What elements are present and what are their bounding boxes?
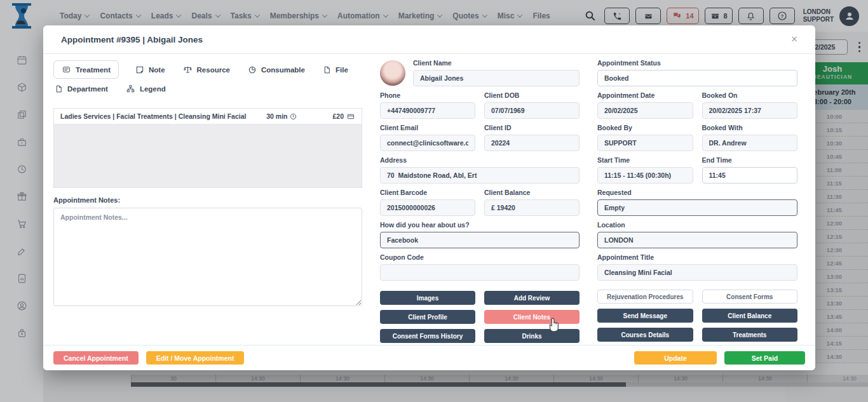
tab-treatment[interactable]: Treatment	[53, 60, 119, 79]
treatment-price: £20	[332, 112, 344, 120]
card-icon	[346, 113, 355, 120]
client-balance-label: Client Balance	[484, 189, 580, 196]
hear-about-label: How did you hear about us?	[380, 221, 580, 229]
client-id-label: Client ID	[484, 124, 580, 131]
images-button[interactable]: Images	[380, 291, 475, 305]
client-dob-field[interactable]	[484, 102, 580, 119]
client-barcode-label: Client Barcode	[380, 189, 475, 196]
start-time-label: Start Time	[597, 156, 693, 164]
consent-forms-history-button[interactable]: Consent Forms History	[380, 329, 475, 343]
drinks-button[interactable]: Drinks	[484, 329, 580, 343]
treatment-icon	[62, 65, 71, 74]
modal-title: Appointment #9395 | Abigail Jones	[61, 35, 203, 44]
tab-resource[interactable]: Resource	[182, 61, 231, 79]
department-icon	[55, 84, 63, 93]
cancel-appointment-button[interactable]: Cancel Appointment	[53, 351, 139, 365]
appointment-title-field[interactable]	[597, 264, 797, 281]
tab-note[interactable]: Note	[134, 61, 166, 79]
treatment-list: Ladies Services | Facial Treatments | Cl…	[53, 108, 362, 188]
start-time-field[interactable]	[597, 167, 693, 184]
tab-legend[interactable]: Legend	[125, 80, 167, 98]
address-label: Address	[380, 156, 580, 164]
appointment-status-field[interactable]	[597, 70, 797, 86]
edit-move-appointment-button[interactable]: Edit / Move Appointment	[146, 351, 245, 365]
tab-consumable[interactable]: Consumable	[247, 61, 306, 79]
close-icon[interactable]: ×	[791, 33, 797, 46]
send-message-button[interactable]: Send Message	[597, 309, 693, 323]
rejuvenation-procedures-button[interactable]: Rejuvenation Procedures	[597, 290, 693, 304]
client-email-field[interactable]	[380, 135, 475, 151]
client-dob-label: Client DOB	[484, 91, 580, 99]
tab-department[interactable]: Department	[53, 80, 109, 98]
treatment-name: Ladies Services | Facial Treatments | Cl…	[60, 112, 261, 120]
location-select[interactable]	[597, 232, 797, 248]
client-balance-field[interactable]	[484, 199, 580, 216]
appointment-title-label: Appointment Title	[597, 253, 797, 261]
address-field[interactable]	[380, 167, 580, 184]
appointment-notes-label: Appointment Notes:	[53, 196, 362, 204]
clock-icon	[290, 113, 297, 120]
appointment-date-field[interactable]	[597, 102, 693, 119]
consent-forms-button[interactable]: Consent Forms	[702, 290, 798, 304]
file-icon	[323, 65, 331, 74]
end-time-field[interactable]	[702, 167, 798, 184]
booked-by-label: Booked By	[597, 124, 693, 131]
treatments-button[interactable]: Treatments	[702, 328, 798, 342]
coupon-code-label: Coupon Code	[380, 253, 580, 261]
appointment-notes-textarea[interactable]	[53, 208, 362, 306]
client-profile-button[interactable]: Client Profile	[380, 310, 475, 324]
client-id-field[interactable]	[484, 135, 580, 151]
scale-icon	[183, 65, 193, 74]
treatment-row[interactable]: Ladies Services | Facial Treatments | Cl…	[54, 109, 362, 124]
tab-file[interactable]: File	[322, 61, 349, 79]
end-time-label: End Time	[702, 156, 798, 164]
booked-on-field[interactable]	[702, 102, 798, 119]
client-name-label: Client Name	[413, 59, 580, 67]
phone-field[interactable]	[380, 102, 475, 119]
add-review-button[interactable]: Add Review	[484, 291, 580, 305]
booked-with-field[interactable]	[702, 135, 798, 151]
booked-with-label: Booked With	[702, 124, 798, 131]
location-label: Location	[597, 221, 797, 229]
client-name-field[interactable]	[413, 70, 580, 86]
client-photo-avatar[interactable]	[380, 60, 405, 86]
update-button[interactable]: Update	[634, 351, 717, 365]
client-balance-button[interactable]: Client Balance	[702, 309, 798, 323]
client-barcode-field[interactable]	[380, 199, 475, 216]
coupon-code-field[interactable]	[380, 264, 580, 281]
phone-label: Phone	[380, 91, 475, 99]
requested-label: Requested	[597, 189, 797, 196]
org-chart-icon	[126, 84, 135, 93]
client-notes-button[interactable]: Client Notes	[484, 310, 580, 324]
treatment-list-empty-area[interactable]	[54, 124, 362, 187]
modal-tabs: Treatment Note Resource Consumable File	[53, 60, 362, 98]
booked-on-label: Booked On	[702, 91, 798, 99]
booked-by-field[interactable]	[597, 135, 693, 151]
hear-about-select[interactable]	[380, 232, 580, 248]
requested-select[interactable]	[597, 199, 797, 216]
treatment-duration: 30 min	[266, 112, 287, 120]
courses-details-button[interactable]: Courses Details	[597, 328, 693, 342]
appointment-date-label: Appointment Date	[597, 91, 693, 99]
appointment-status-label: Appointment Status	[597, 59, 797, 67]
set-paid-button[interactable]: Set Paid	[724, 351, 805, 365]
note-icon	[135, 65, 144, 74]
client-email-label: Client Email	[380, 124, 475, 131]
pie-clock-icon	[248, 65, 257, 74]
appointment-modal: Appointment #9395 | Abigail Jones × Trea…	[43, 25, 815, 370]
